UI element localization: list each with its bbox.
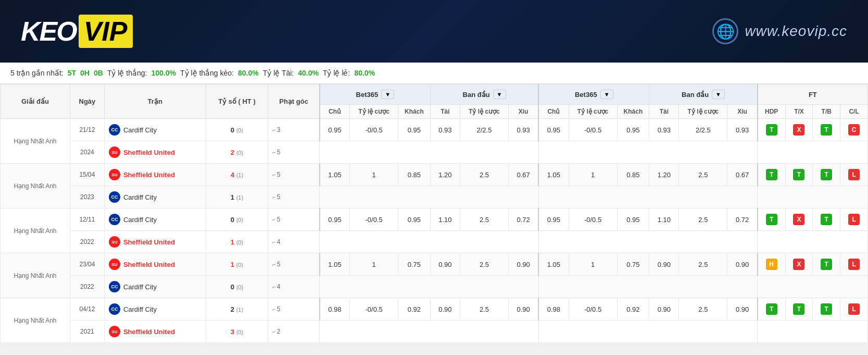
corner1: ⌐ 3 [268,119,320,141]
team2-name: SU Sheffield United [109,325,202,338]
keo-win-label: Tỷ lệ thắng kèo: [180,69,234,77]
match-date: 23/04 [70,253,104,276]
keo-win: 80.0% [238,69,259,77]
team2-row: SU Sheffield United [104,321,206,343]
league-name: Hạng Nhất Anh [1,164,70,209]
team1-name: CC Cardiff City [109,123,202,137]
team2-row: SU Sheffield United [104,141,206,164]
website-url: 🌐 www.keovip.cc [712,18,847,44]
ty-le-cuoc3-val: -0/0.5 [569,298,617,321]
match-year: 2024 [70,141,104,164]
col-phat-goc: Phạt góc [268,84,320,119]
corner2: ⌐ 2 [268,321,320,343]
ty-le-cuoc2-val: 2.5 [460,164,509,186]
stat-wins: 5T [68,69,76,77]
hdp-badge: T [758,209,785,231]
table-row-2: 2023 CC Cardiff City 1 (1) ⌐ 5 [1,186,868,209]
col-ngay: Ngày [70,84,104,119]
chu-val-2: 1.05 [538,164,569,186]
bandau-dropdown-2[interactable]: ▼ [712,90,725,99]
team1-row: SU Sheffield United [104,164,206,186]
bandau-dropdown-1[interactable]: ▼ [493,90,506,99]
logo-vip: VIP [79,15,133,48]
col-giai-dau: Giải đấu [1,84,70,119]
tai: 40.0% [298,69,319,77]
tx-badge: T [785,164,813,186]
cl-badge: L [840,209,868,231]
team2-name: CC Cardiff City [109,280,202,293]
sub-hdp: HDP [758,105,785,119]
stats-label: 5 trận gần nhất: [10,69,64,77]
xiu-val-2: 0.90 [727,298,758,321]
match-year: 2023 [70,186,104,209]
matches-table: Giải đấu Ngày Trận Tỷ số ( HT ) Phạt góc… [0,84,868,343]
cl-badge: L [840,164,868,186]
chu-val: 0.98 [320,298,350,321]
le-label: Tỷ lệ lẻ: [323,69,350,77]
tb-badge: T [813,298,840,321]
tai-val: 0.93 [430,119,460,141]
khach-val-2: 0.95 [617,209,649,231]
xiu-val-2: 0.72 [727,209,758,231]
corner1: ⌐ 5 [268,209,320,231]
sub-khach-2: Khách [617,105,649,119]
ty-le-cuoc2-val: 2.5 [460,253,509,276]
tai-val-2: 1.10 [649,209,679,231]
match-date: 04/12 [70,298,104,321]
team2-name: SU Sheffield United [109,235,202,249]
bet365-dropdown-1[interactable]: ▼ [381,90,394,99]
tb-badge: T [813,253,840,276]
table-row-2: 2022 CC Cardiff City 0 (0) ⌐ 4 [1,276,868,298]
ty-le-cuoc3-val: 1 [569,253,617,276]
tb-badge: T [813,119,840,141]
cl-badge: L [840,298,868,321]
khach-val: 0.95 [398,209,431,231]
team1-label: Sheffield United [123,171,175,179]
sub-ty-le-cuoc-4: Tỷ lệ cược [679,105,727,119]
table-row: Hạng Nhất Anh 04/12 CC Cardiff City 2 (1… [1,298,868,321]
url-text: www.keovip.cc [745,23,847,40]
tai-val-2: 0.93 [649,119,679,141]
xiu-val-2: 0.93 [727,119,758,141]
ty-le-cuoc4-val: 2.5 [679,164,727,186]
score2: 1 (1) [206,186,268,209]
corner1: ⌐ 5 [268,253,320,276]
ty-le-cuoc-val: -0/0.5 [350,119,398,141]
win-rate: 100.0% [151,69,175,77]
team1-label: Cardiff City [123,305,157,313]
team2-label: Sheffield United [123,149,175,156]
sub-tx: T/X [785,105,813,119]
ty-le-cuoc3-val: -0/0.5 [569,119,617,141]
ty-le-cuoc3-val: 1 [569,164,617,186]
le: 80.0% [354,69,375,77]
match-date: 12/11 [70,209,104,231]
bet365-dropdown-2[interactable]: ▼ [600,90,613,99]
logo-keo: KEO [21,16,77,47]
stat-draws: 0H [80,69,90,77]
logo: KEO VIP [21,15,133,48]
team2-row: CC Cardiff City [104,276,206,298]
ty-le-cuoc4-val: 2/2.5 [679,119,727,141]
khach-val-2: 0.75 [617,253,649,276]
ty-le-cuoc3-val: -0/0.5 [569,209,617,231]
team2-label: Sheffield United [123,328,175,336]
team1-row: CC Cardiff City [104,119,206,141]
sub-tai-2: Tài [649,105,679,119]
sub-xiu: Xiu [508,105,538,119]
corner2: ⌐ 5 [268,186,320,209]
xiu-val: 0.67 [508,164,538,186]
league-name: Hạng Nhất Anh [1,253,70,298]
table-row: Hạng Nhất Anh 23/04 SU Sheffield United … [1,253,868,276]
table-row: Hạng Nhất Anh 12/11 CC Cardiff City 0 (0… [1,209,868,231]
match-year: 2022 [70,276,104,298]
score1: 0 (0) [206,119,268,141]
team1-name: CC Cardiff City [109,302,202,316]
ty-le-cuoc-val: -0/0.5 [350,298,398,321]
sub-ty-le-cuoc-3: Tỷ lệ cược [569,105,617,119]
corner1: ⌐ 5 [268,298,320,321]
col-bandau-2: Ban đầu ▼ [649,84,758,105]
team2-label: Sheffield United [123,238,175,246]
sub-tai: Tài [430,105,460,119]
team2-row: SU Sheffield United [104,231,206,253]
league-name: Hạng Nhất Anh [1,209,70,253]
